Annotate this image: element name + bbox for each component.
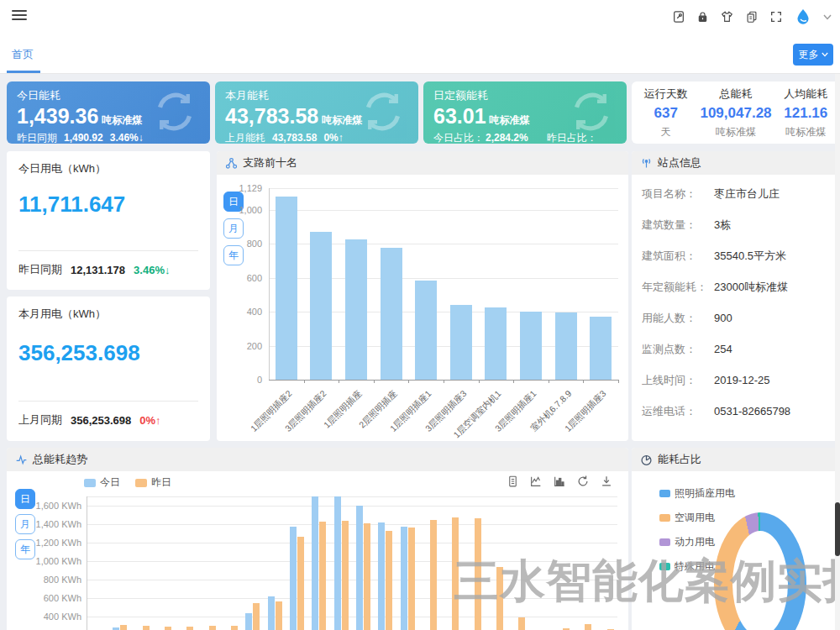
site-row-value: 2019-12-25: [714, 374, 770, 386]
panel-title: 能耗占比: [658, 452, 701, 467]
gridline: [87, 561, 617, 562]
y-axis-tick-label: 600: [217, 273, 262, 283]
site-row-value: 3栋: [714, 218, 731, 233]
trend-bar-昨日: [452, 517, 459, 630]
trend-bar-昨日: [319, 522, 326, 630]
y-axis-tick-label: 600 KWh: [7, 593, 81, 603]
branch-bar: [276, 197, 297, 380]
site-info-row: 建筑面积：35540.5平方米: [642, 249, 835, 264]
donut-hole: [732, 531, 788, 630]
trend-bar-chart: 1,600 KWh1,400 KWh1,200 KWh1,000 KWh800 …: [7, 491, 628, 630]
trend-bar-昨日: [518, 617, 525, 630]
x-axis-tick: [618, 380, 619, 383]
trend-bar-今日: [378, 522, 385, 630]
gridline: [87, 506, 617, 507]
panel-energy-share: 能耗占比 照明插座用电 空调用电 动力用电 特殊用电: [632, 448, 840, 630]
panel-title: 站点信息: [658, 155, 701, 171]
gridline: [87, 598, 617, 599]
x-axis-tick: [549, 380, 549, 383]
x-axis-tick: [339, 380, 339, 383]
copy-pages-icon[interactable]: [745, 10, 759, 24]
branch-bar: [555, 312, 577, 380]
branch-bar: [345, 239, 367, 380]
legend-item-lighting[interactable]: 照明插座用电: [659, 486, 735, 501]
pct-change-up: 0%↑: [139, 414, 160, 427]
y-axis-line: [87, 496, 87, 630]
stat-running-days: 运行天数 637 天: [632, 81, 700, 144]
site-row-value: 35540.5平方米: [714, 249, 786, 264]
y-axis-tick-label: 1,000: [217, 205, 262, 215]
trend-bar-今日: [245, 613, 252, 630]
summary-stats: 运行天数 637 天 总能耗 109,047.28 吨标准煤 人均能耗 121.…: [632, 81, 840, 144]
theme-shirt-icon[interactable]: [720, 10, 734, 24]
y-axis-tick-label: 200: [217, 341, 262, 351]
lock-icon[interactable]: [696, 10, 709, 24]
trend-bar-今日: [268, 596, 275, 630]
y-axis-tick-label: 1,200 KWh: [7, 538, 81, 548]
recycle-arrows-icon: [360, 87, 407, 137]
pct-change-down: 3.46%↓: [134, 264, 170, 276]
more-button[interactable]: 更多: [793, 44, 833, 66]
site-info-row: 项目名称：枣庄市台儿庄: [642, 186, 835, 202]
trend-bar-昨日: [430, 520, 437, 630]
x-axis-tick: [513, 380, 514, 383]
y-axis-line: [269, 188, 270, 380]
trend-bar-昨日: [143, 626, 150, 630]
trend-bar-昨日: [165, 627, 171, 630]
fullscreen-icon[interactable]: [769, 10, 783, 24]
site-row-label: 上线时间：: [642, 373, 714, 388]
hamburger-menu-icon[interactable]: [12, 10, 27, 22]
trend-bar-昨日: [120, 625, 127, 630]
user-avatar-logo[interactable]: [794, 8, 812, 26]
bar-chart-toggle-icon[interactable]: [553, 475, 566, 491]
gridline: [87, 580, 617, 580]
kpi-card-month-energy: 本月能耗 43,783.58吨标准煤 上月能耗43,783.580%↑: [215, 81, 418, 144]
site-row-value: 900: [714, 312, 732, 324]
trend-bar-昨日: [364, 523, 370, 630]
site-info-row: 运维电话：0531-82665798: [642, 404, 835, 419]
trend-bar-昨日: [475, 518, 481, 630]
gridline: [269, 188, 618, 189]
branch-bar: [381, 248, 402, 380]
legend-swatch: [135, 479, 147, 487]
legend-item-yesterday[interactable]: 昨日: [135, 475, 171, 490]
y-axis-tick-label: 400: [217, 307, 262, 317]
legend-swatch: [659, 514, 670, 522]
site-row-label: 监测点数：: [642, 342, 714, 357]
legend-item-today[interactable]: 今日: [84, 475, 120, 490]
tab-home[interactable]: 首页: [12, 47, 34, 62]
gridline: [87, 543, 617, 543]
panel-energy-trend: 总能耗趋势 今日 昨日 日 月 年 1,600 KWh1,400 KWh1,20…: [7, 448, 628, 630]
card-month-electricity: 本月用电（kWh） 356,253.698 上月同期 356,253.698 0…: [7, 297, 210, 441]
legend-item-hvac[interactable]: 空调用电: [659, 511, 735, 525]
legend-swatch: [659, 490, 670, 497]
branch-bar: [520, 312, 542, 380]
scrollbar-thumb[interactable]: [835, 502, 840, 556]
legend-swatch: [659, 563, 670, 570]
site-row-label: 项目名称：: [642, 186, 714, 202]
gridline: [87, 617, 617, 617]
trend-bar-昨日: [297, 537, 304, 630]
active-tab-underline: [7, 71, 40, 73]
trend-bar-昨日: [231, 626, 238, 630]
chevron-down-icon[interactable]: [823, 14, 832, 20]
trend-bar-今日: [356, 506, 363, 630]
site-row-label: 年定额能耗：: [642, 280, 714, 295]
legend-swatch: [84, 479, 96, 487]
trend-bar-昨日: [496, 567, 503, 630]
maintenance-tool-icon[interactable]: [672, 10, 685, 24]
recycle-arrows-icon: [568, 87, 615, 137]
trend-bar-今日: [334, 496, 341, 630]
data-view-icon[interactable]: [507, 475, 519, 491]
card-today-electricity: 今日用电（kWh） 11,711.647 昨日同期 12,131.178 3.4…: [7, 151, 210, 290]
trend-bar-今日: [290, 527, 297, 630]
gridline: [87, 496, 617, 497]
line-chart-toggle-icon[interactable]: [529, 475, 543, 491]
site-row-value: 0531-82665798: [714, 405, 790, 417]
x-axis-tick: [304, 380, 305, 383]
trend-bar-昨日: [342, 521, 349, 630]
refresh-icon[interactable]: [576, 475, 590, 491]
download-icon[interactable]: [600, 475, 613, 491]
trend-bar-今日: [312, 496, 318, 630]
branch-bar-chart: 1,1291,00080060040020001层照明插座23层照明插座21层照…: [217, 175, 628, 441]
